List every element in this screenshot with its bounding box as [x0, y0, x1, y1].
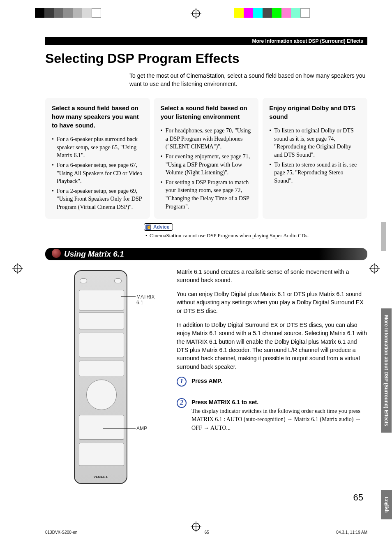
list-item: For a 2-speaker setup, see page 69, "Usi…: [52, 187, 143, 211]
remote-illustration: YAMAHA MATRIX 6.1 AMP: [45, 268, 168, 484]
step-number-icon: 2: [177, 398, 187, 408]
list-item: To listen to original Dolby or DTS sound…: [269, 127, 361, 159]
list-item: For evening enjoyment, see page 71, "Usi…: [161, 153, 252, 177]
list-item: For setting a DSP Program to match your …: [161, 178, 252, 211]
list-item: To listen to stereo sound as it is, see …: [269, 161, 361, 185]
page-title: Selecting DSP Program Effects: [45, 51, 367, 66]
advice-block: Advice CinemaStation cannot use DSP Prog…: [144, 223, 367, 239]
step-title: Press MATRIX 6.1 to set.: [191, 399, 258, 405]
advice-badge: Advice: [144, 223, 173, 231]
footer-page: 65: [205, 530, 209, 535]
step-detail: The display indicator switches in the fo…: [191, 407, 367, 432]
body-paragraph: Matrix 6.1 sound creates a realistic sen…: [177, 268, 367, 285]
step-title: Press AMP.: [191, 378, 222, 384]
column-heading: Select a sound field based on your liste…: [161, 104, 252, 121]
intro-text: To get the most out of CinemaStation, se…: [129, 72, 367, 88]
advice-note: CinemaStation cannot use DSP Programs wh…: [144, 232, 367, 239]
page-number: 65: [45, 492, 363, 503]
remote-control-icon: YAMAHA MATRIX 6.1 AMP: [74, 270, 127, 484]
footer-doc-id: 013DVX-S200-en: [45, 530, 77, 535]
section-body: Matrix 6.1 sound creates a realistic sen…: [177, 268, 367, 484]
section-header: Using Matrix 6.1: [45, 248, 367, 260]
column-environment: Select a sound field based on your liste…: [154, 98, 259, 218]
callout-amp: AMP: [136, 426, 147, 431]
list-item: For headphones, see page 70, "Using a DS…: [161, 127, 252, 151]
column-heading: Enjoy original Dolby and DTS sound: [269, 104, 361, 121]
body-paragraph: In addition to Dolby Digital Surround EX…: [177, 321, 367, 371]
column-heading: Select a sound field based on how many s…: [52, 104, 143, 130]
body-paragraph: You can enjoy Dolby Digital plus Matrix …: [177, 290, 367, 315]
list-item: For a 6-speaker setup, see page 67, "Usi…: [52, 161, 143, 185]
column-speakers: Select a sound field based on how many s…: [45, 98, 150, 218]
step-1: 1 Press AMP.: [177, 377, 367, 387]
step-2: 2 Press MATRIX 6.1 to set. The display i…: [177, 398, 367, 432]
options-columns: Select a sound field based on how many s…: [45, 98, 367, 218]
chapter-header: More Information about DSP (Surround) Ef…: [45, 37, 367, 45]
callout-matrix: MATRIX 6.1: [136, 294, 154, 306]
column-dolby-dts: Enjoy original Dolby and DTS sound To li…: [263, 98, 367, 218]
footer-timestamp: 04.3.1, 11:19 AM: [336, 530, 367, 535]
section-title: Using Matrix 6.1: [45, 248, 367, 260]
step-number-icon: 1: [177, 377, 187, 387]
bullet-icon: [52, 249, 61, 258]
list-item: For a 6-speaker plus surround back speak…: [52, 135, 143, 160]
